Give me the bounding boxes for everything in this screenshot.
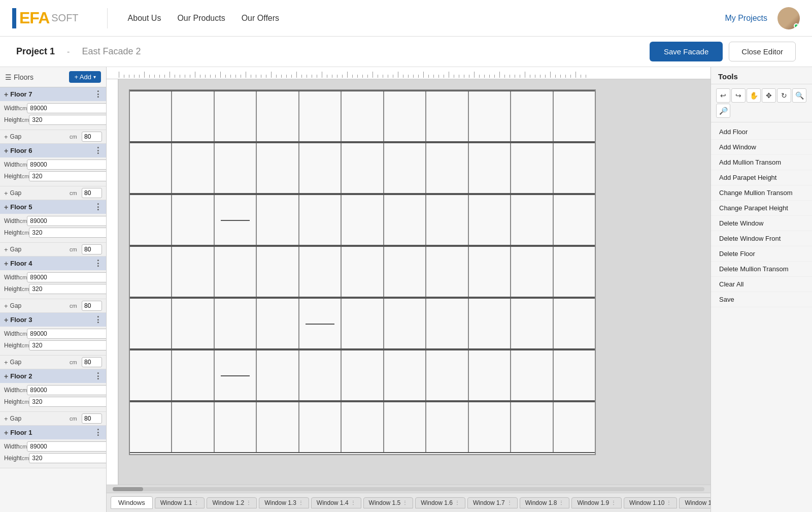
window-cell-f0-w10[interactable]: [553, 91, 595, 141]
window-cell-f3-w5[interactable]: [341, 247, 383, 297]
window-cell-f5-w7[interactable]: [426, 350, 468, 400]
window-cell-f1-w10[interactable]: [553, 143, 595, 193]
window-tab-1[interactable]: Window 1.2⋮: [207, 497, 257, 508]
window-tab-8[interactable]: Window 1.9⋮: [571, 497, 622, 508]
tab-dots-icon[interactable]: ⋮: [246, 500, 251, 505]
tab-dots-icon[interactable]: ⋮: [559, 500, 564, 505]
gap-plus-icon[interactable]: +: [4, 415, 8, 423]
window-cell-f4-w10[interactable]: [553, 299, 595, 348]
gap-input[interactable]: [82, 357, 102, 367]
floor-plus-icon[interactable]: +: [4, 90, 8, 99]
tool-item-6[interactable]: Delete Window: [711, 216, 812, 231]
window-cell-f6-w2[interactable]: [214, 402, 256, 452]
tool-item-10[interactable]: Clear All: [711, 277, 812, 292]
floor-dots-icon[interactable]: ⋮: [94, 371, 102, 381]
window-cell-f6-w10[interactable]: [553, 402, 595, 452]
move-icon[interactable]: ✥: [762, 88, 776, 103]
window-cell-f3-w3[interactable]: [256, 247, 298, 297]
windows-main-tab[interactable]: Windows: [111, 496, 153, 509]
gap-input[interactable]: [82, 244, 102, 254]
window-tab-0[interactable]: Window 1.1⋮: [155, 497, 205, 508]
window-cell-f4-w8[interactable]: [468, 299, 511, 348]
floor-dots-icon[interactable]: ⋮: [94, 259, 102, 268]
gap-input[interactable]: [82, 132, 102, 142]
window-cell-f5-w6[interactable]: [384, 350, 426, 400]
window-cell-f1-w7[interactable]: [426, 143, 468, 193]
canvas-container[interactable]: [119, 79, 710, 485]
scrollbar-thumb[interactable]: [113, 487, 143, 491]
horizontal-scrollbar[interactable]: [107, 485, 710, 493]
height-input[interactable]: [29, 284, 106, 294]
tool-item-11[interactable]: Save: [711, 292, 812, 307]
tool-item-2[interactable]: Add Mullion Transom: [711, 155, 812, 170]
window-cell-f4-w9[interactable]: [511, 299, 553, 348]
undo-icon[interactable]: ↩: [716, 88, 730, 103]
window-cell-f4-w3[interactable]: [256, 299, 298, 348]
save-facade-button[interactable]: Save Facade: [650, 42, 723, 61]
window-tab-4[interactable]: Window 1.5⋮: [363, 497, 414, 508]
window-tab-7[interactable]: Window 1.8⋮: [520, 497, 570, 508]
gap-input[interactable]: [82, 188, 102, 198]
gap-input[interactable]: [82, 413, 102, 424]
window-cell-f1-w4[interactable]: [299, 143, 341, 193]
window-cell-f1-w6[interactable]: [384, 143, 426, 193]
window-cell-f6-w7[interactable]: [426, 402, 468, 452]
window-cell-f5-w0[interactable]: [130, 350, 172, 400]
floor-dots-icon[interactable]: ⋮: [94, 428, 102, 437]
floor-header-floor-4[interactable]: + Floor 4 ⋮: [0, 257, 106, 270]
window-cell-f1-w9[interactable]: [511, 143, 553, 193]
window-cell-f3-w7[interactable]: [426, 247, 468, 297]
window-cell-f3-w2[interactable]: [214, 247, 256, 297]
window-cell-f5-w5[interactable]: [341, 350, 383, 400]
my-projects-link[interactable]: My Projects: [725, 14, 767, 23]
floor-dots-icon[interactable]: ⋮: [94, 146, 102, 155]
window-cell-f3-w9[interactable]: [511, 247, 553, 297]
window-cell-f1-w3[interactable]: [256, 143, 298, 193]
window-cell-f4-w1[interactable]: [172, 299, 214, 348]
zoom-in-icon[interactable]: 🔍: [792, 88, 806, 103]
gap-input[interactable]: [82, 301, 102, 311]
window-cell-f0-w9[interactable]: [511, 91, 553, 141]
window-cell-f0-w0[interactable]: [130, 91, 172, 141]
gap-plus-icon[interactable]: +: [4, 302, 8, 310]
gap-plus-icon[interactable]: +: [4, 246, 8, 253]
floor-plus-icon[interactable]: +: [4, 316, 8, 324]
window-cell-f3-w0[interactable]: [130, 247, 172, 297]
tool-item-5[interactable]: Change Parapet Height: [711, 201, 812, 216]
nav-our-products[interactable]: Our Products: [177, 12, 225, 25]
window-tab-9[interactable]: Window 1.10⋮: [624, 497, 677, 508]
window-cell-f4-w4[interactable]: [299, 299, 341, 348]
nav-about-us[interactable]: About Us: [128, 12, 161, 25]
window-cell-f0-w6[interactable]: [384, 91, 426, 141]
window-tab-3[interactable]: Window 1.4⋮: [311, 497, 361, 508]
window-cell-f2-w5[interactable]: [341, 195, 383, 245]
window-cell-f2-w8[interactable]: [468, 195, 511, 245]
window-cell-f5-w9[interactable]: [511, 350, 553, 400]
window-cell-f0-w3[interactable]: [256, 91, 298, 141]
window-cell-f0-w2[interactable]: [214, 91, 256, 141]
width-input[interactable]: [27, 441, 106, 452]
floor-dots-icon[interactable]: ⋮: [94, 89, 102, 99]
hand-icon[interactable]: ✋: [747, 88, 761, 103]
window-cell-f6-w8[interactable]: [468, 402, 511, 452]
height-input[interactable]: [29, 171, 106, 181]
floor-header-floor-3[interactable]: + Floor 3 ⋮: [0, 313, 106, 327]
tool-item-0[interactable]: Add Floor: [711, 124, 812, 140]
floor-header-floor-5[interactable]: + Floor 5 ⋮: [0, 200, 106, 214]
window-cell-f6-w3[interactable]: [256, 402, 298, 452]
window-cell-f2-w9[interactable]: [511, 195, 553, 245]
window-tab-6[interactable]: Window 1.7⋮: [467, 497, 518, 508]
gap-plus-icon[interactable]: +: [4, 359, 8, 366]
floor-plus-icon[interactable]: +: [4, 372, 8, 380]
window-tab-10[interactable]: Window 1.11⋮: [679, 497, 710, 508]
width-input[interactable]: [27, 103, 106, 113]
window-cell-f2-w10[interactable]: [553, 195, 595, 245]
window-cell-f2-w3[interactable]: [256, 195, 298, 245]
window-cell-f6-w5[interactable]: [341, 402, 383, 452]
window-cell-f0-w8[interactable]: [468, 91, 511, 141]
window-cell-f4-w0[interactable]: [130, 299, 172, 348]
floor-dots-icon[interactable]: ⋮: [94, 202, 102, 212]
window-cell-f5-w8[interactable]: [468, 350, 511, 400]
width-input[interactable]: [27, 329, 106, 339]
tab-dots-icon[interactable]: ⋮: [666, 500, 671, 505]
